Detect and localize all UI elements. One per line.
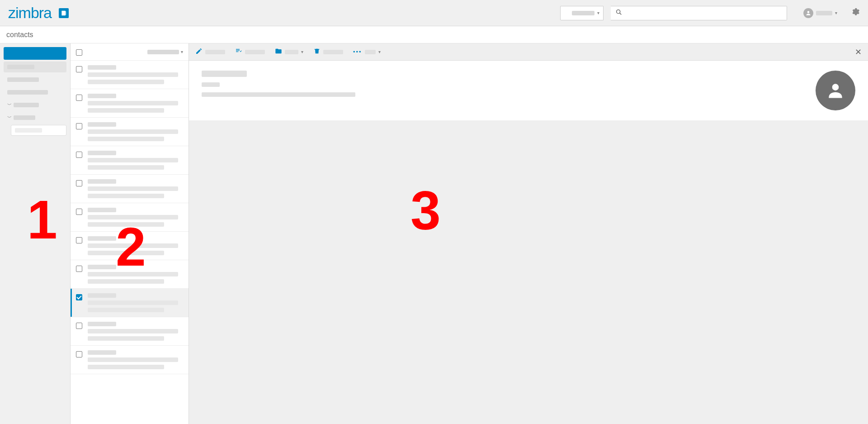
select-all-checkbox[interactable] — [76, 49, 82, 56]
move-button[interactable]: ▾ — [275, 48, 303, 56]
search-scope-select[interactable]: ▾ — [560, 6, 604, 20]
contact-row[interactable] — [71, 232, 189, 260]
row-checkbox[interactable] — [76, 351, 82, 357]
row-line2 — [88, 186, 178, 191]
chevron-down-icon: ▾ — [378, 49, 381, 54]
row-line3 — [88, 108, 164, 113]
contact-list[interactable] — [71, 61, 189, 424]
edit-label — [205, 50, 225, 54]
row-checkbox[interactable] — [76, 95, 82, 101]
row-checkbox[interactable] — [76, 294, 82, 300]
annotation-3: 3 — [410, 179, 441, 242]
contact-row[interactable] — [71, 89, 189, 118]
row-text — [88, 322, 183, 341]
row-checkbox[interactable] — [76, 123, 82, 129]
edit-button[interactable] — [195, 48, 225, 56]
user-menu[interactable]: ▾ — [803, 8, 837, 18]
new-contact-button[interactable] — [4, 47, 66, 60]
svg-point-3 — [832, 84, 839, 91]
contact-detail-card — [189, 61, 868, 120]
row-checkbox[interactable] — [76, 180, 82, 186]
sort-label — [147, 50, 179, 54]
assign-label — [245, 50, 265, 54]
chevron-down-icon: ﹀ — [7, 114, 12, 121]
logo: zimbra — [8, 4, 52, 22]
search-input[interactable] — [626, 10, 782, 17]
row-checkbox[interactable] — [76, 209, 82, 215]
row-line3 — [88, 251, 164, 255]
row-title — [88, 293, 116, 298]
row-line3 — [88, 279, 164, 284]
search-box — [611, 6, 787, 20]
sidebar-item-label — [7, 77, 39, 82]
sidebar-subitem[interactable] — [11, 125, 66, 136]
more-icon: ••• — [353, 48, 362, 55]
sidebar: ﹀ ﹀ 1 — [0, 43, 71, 424]
sidebar-item-2[interactable] — [4, 87, 66, 98]
row-text — [88, 236, 183, 255]
breadcrumb: contacts — [0, 26, 868, 43]
person-icon — [826, 81, 845, 100]
move-label — [285, 50, 298, 54]
contact-row[interactable] — [71, 146, 189, 175]
app-switcher-contacts-icon[interactable] — [59, 8, 69, 18]
assign-button[interactable] — [235, 48, 265, 56]
row-checkbox[interactable] — [76, 266, 82, 272]
detail-pane: ▾ ••• ▾ ✕ 3 — [189, 43, 868, 424]
row-checkbox[interactable] — [76, 152, 82, 158]
user-avatar-icon — [803, 8, 813, 18]
row-text — [88, 350, 183, 369]
contact-row[interactable] — [71, 289, 189, 317]
sidebar-group-label — [14, 115, 35, 120]
row-title — [88, 265, 116, 269]
chevron-down-icon: ▾ — [301, 49, 303, 54]
contact-row[interactable] — [71, 260, 189, 289]
svg-point-2 — [807, 11, 810, 13]
row-title — [88, 65, 116, 70]
chevron-down-icon: ﹀ — [7, 102, 12, 108]
row-line2 — [88, 243, 178, 248]
panes: ﹀ ﹀ 1 ▾ 2 — [0, 43, 868, 424]
sidebar-item-label — [7, 65, 34, 69]
sidebar-item-0[interactable] — [4, 62, 66, 72]
contact-row[interactable] — [71, 175, 189, 203]
row-line3 — [88, 165, 164, 170]
settings-gear-icon[interactable] — [851, 7, 860, 19]
row-text — [88, 265, 183, 284]
more-button[interactable]: ••• ▾ — [353, 48, 381, 55]
row-title — [88, 208, 116, 212]
list-header: ▾ — [71, 43, 189, 61]
row-title — [88, 179, 116, 184]
row-text — [88, 179, 183, 198]
contact-row[interactable] — [71, 203, 189, 232]
sidebar-group-1[interactable]: ﹀ — [4, 112, 66, 123]
row-title — [88, 236, 116, 241]
row-checkbox[interactable] — [76, 237, 82, 243]
delete-button[interactable] — [313, 48, 343, 56]
sidebar-item-1[interactable] — [4, 74, 66, 85]
contact-row[interactable] — [71, 317, 189, 346]
row-title — [88, 322, 116, 326]
svg-line-1 — [620, 13, 622, 15]
row-line3 — [88, 222, 164, 227]
row-line2 — [88, 329, 178, 333]
contact-row[interactable] — [71, 346, 189, 374]
search-icon — [615, 9, 623, 17]
row-line2 — [88, 101, 178, 105]
contact-line — [202, 92, 355, 97]
row-title — [88, 94, 116, 98]
breadcrumb-label: contacts — [6, 31, 33, 39]
trash-icon — [313, 48, 321, 56]
row-title — [88, 151, 116, 155]
contact-row[interactable] — [71, 61, 189, 89]
row-checkbox[interactable] — [76, 323, 82, 329]
row-line3 — [88, 194, 164, 198]
row-checkbox[interactable] — [76, 66, 82, 72]
close-button[interactable]: ✕ — [855, 47, 862, 57]
sort-menu[interactable]: ▾ — [147, 49, 183, 54]
row-text — [88, 65, 183, 84]
row-line3 — [88, 80, 164, 84]
row-line3 — [88, 336, 164, 341]
contact-row[interactable] — [71, 118, 189, 146]
sidebar-group-0[interactable]: ﹀ — [4, 100, 66, 110]
